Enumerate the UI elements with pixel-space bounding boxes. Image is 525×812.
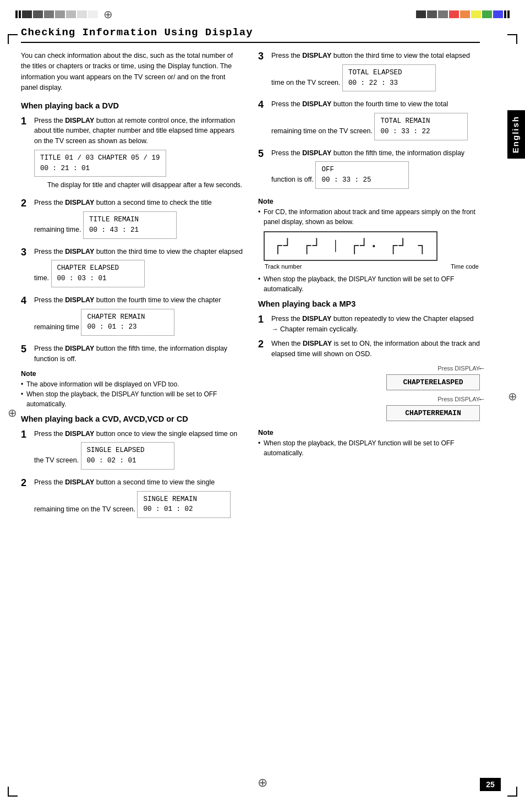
strip-seg (471, 10, 481, 18)
strip-seg (449, 10, 459, 18)
display-line2: 00 : 01 : 23 (87, 323, 136, 331)
english-language-tab: English (507, 110, 525, 159)
mp3-display-box-1: CHAPTERELASPED (386, 374, 480, 390)
display-line1: SINGLE REMAIN (143, 495, 197, 503)
mp3-step-2: 2 When the DISPLAY is set to ON, the inf… (258, 339, 480, 359)
cvd-step-2: 2 Press the DISPLAY button a second time… (21, 477, 243, 521)
display-line2: 00 : 33 : 22 (380, 128, 430, 135)
strip-seg (88, 10, 98, 18)
display-line1: SINGLE ELAPSED (87, 446, 145, 454)
step-number: 4 (258, 99, 268, 111)
top-decorative-strip: ⊕ (0, 0, 525, 21)
step-content: Press the DISPLAY button the fifth time,… (271, 148, 480, 192)
display-box-right-3: TOTAL ELAPSED 00 : 22 : 33 (342, 64, 436, 92)
step-content: Press the DISPLAY button the fifth time,… (34, 344, 243, 364)
mp3-arrow-mid: Press DISPLAY ← (370, 395, 480, 403)
display-box-cvd-2: SINGLE REMAIN 00 : 01 : 02 (137, 491, 231, 519)
bottom-crosshair-bar: ⊕ (0, 776, 525, 790)
step-number: 5 (258, 148, 268, 160)
dvd-step-2: 2 Press the DISPLAY button a second time… (21, 198, 243, 242)
mp3-arrow-top: Press DISPLAY ← (370, 364, 480, 372)
display-box-right-5: OFF 00 : 33 : 25 (315, 161, 409, 189)
display-line2: 00 : 33 : 25 (321, 176, 371, 184)
strip-seg (493, 10, 503, 18)
left-column: You can check information about the disc… (21, 51, 243, 526)
press-display-2: Press DISPLAY (438, 396, 480, 402)
page-title: Checking Information Using Display (21, 26, 480, 43)
step-content: Press the DISPLAY button repeatedly to v… (271, 314, 480, 335)
cd-note-title: Note (258, 198, 480, 205)
dvd-step-4: 4 Press the DISPLAY button the fourth ti… (21, 295, 243, 339)
step-number: 5 (21, 344, 31, 356)
mp3-diagram: Press DISPLAY ← CHAPTERELASPED Press DIS… (269, 364, 480, 423)
step-text: Press the DISPLAY button repeatedly to v… (271, 315, 474, 333)
note-item-2: When stop the playback, the DISPLAY func… (21, 389, 243, 409)
strip-seg (44, 10, 54, 18)
display-box-dvd-3: CHAPTER ELAPSED 00 : 03 : 01 (51, 260, 145, 287)
strip-seg (77, 10, 87, 18)
mp3-display-box-2: CHAPTERREMAIN (386, 405, 480, 421)
page-number: 25 (480, 778, 501, 791)
display-line2: 00 : 21 : 01 (40, 165, 90, 172)
dvd-step-5: 5 Press the DISPLAY button the fifth tim… (21, 344, 243, 364)
display-box-dvd-4: CHAPTER REMAIN 00 : 01 : 23 (81, 309, 174, 336)
dvd-step-1: 1 Press the DISPLAY button at remote con… (21, 116, 243, 194)
step-content: Press the DISPLAY button the third time … (271, 51, 480, 95)
crosshair-left: ⊕ (8, 406, 17, 419)
cvd-step-1: 1 Press the DISPLAY button once to view … (21, 429, 243, 473)
strip-seg (19, 10, 21, 18)
right-step-4: 4 Press the DISPLAY button the fourth ti… (258, 99, 480, 143)
step-note: The display for title and chapter will d… (47, 180, 243, 190)
strip-seg (15, 10, 18, 18)
mp3-step-1: 1 Press the DISPLAY button repeatedly to… (258, 314, 480, 335)
cd-note-section: Note For CD, the information about track… (258, 198, 480, 294)
step-number: 2 (258, 339, 268, 351)
corner-mark-tl (8, 34, 18, 44)
strip-seg (55, 10, 65, 18)
lcd-right: ┌┘· ┌┘ ┐ (350, 238, 428, 254)
step-content: Press the DISPLAY button the fourth time… (34, 295, 243, 339)
time-code-label: Time code (451, 263, 479, 270)
step-text: Press the DISPLAY button the fifth time,… (34, 345, 227, 363)
cd-display-box: ┌┘ ┌┘ │ ┌┘· ┌┘ ┐ (264, 231, 438, 261)
cd-note-item-2: When stop the playback, the DISPLAY func… (258, 274, 480, 294)
strip-left: ⊕ (15, 8, 113, 21)
step-content: Press the DISPLAY button the fourth time… (271, 99, 480, 143)
step-text: Press the DISPLAY button at remote contr… (34, 117, 235, 145)
lcd-separator: │ (333, 240, 339, 252)
cd-display-segments: ┌┘ ┌┘ │ ┌┘· ┌┘ ┐ (274, 238, 428, 254)
strip-seg (504, 10, 506, 18)
cvd-section-heading: When playing back a CVD, AVCD,VCD or CD (21, 415, 243, 423)
strip-seg (507, 10, 510, 18)
step-number: 3 (258, 51, 268, 63)
step-number: 1 (258, 314, 268, 326)
step-number: 4 (21, 295, 31, 307)
step-content: Press the DISPLAY button at remote contr… (34, 116, 243, 194)
step-number: 2 (21, 477, 31, 489)
display-line2: 00 : 43 : 21 (89, 226, 139, 234)
display-line2: 00 : 01 : 02 (143, 505, 193, 513)
mp3-flow: Press DISPLAY ← CHAPTERELASPED Press DIS… (370, 364, 480, 423)
display-line1: TITLE 01 / 03 CHAPTER 05 / 19 (40, 154, 160, 162)
right-step-3: 3 Press the DISPLAY button the third tim… (258, 51, 480, 95)
display-line1: CHAPTER REMAIN (87, 313, 145, 321)
strip-seg (460, 10, 470, 18)
note-item-1: The above information will be displayed … (21, 379, 243, 389)
display-line1: CHAPTER ELAPSED (57, 264, 119, 272)
right-step-5: 5 Press the DISPLAY button the fifth tim… (258, 148, 480, 192)
step-content: Press the DISPLAY button the third time … (34, 247, 243, 291)
step-content: Press the DISPLAY button once to view th… (34, 429, 243, 473)
display-box-dvd-1: TITLE 01 / 03 CHAPTER 05 / 19 00 : 21 : … (34, 150, 166, 177)
display-line2: 00 : 02 : 01 (87, 457, 136, 465)
mp3-note-title: Note (258, 429, 480, 437)
step-number: 1 (21, 429, 31, 441)
step-content: Press the DISPLAY button a second time t… (34, 477, 243, 521)
arrow-indicator: ← (478, 364, 485, 373)
strip-seg (22, 10, 32, 18)
two-column-layout: You can check information about the disc… (21, 51, 480, 526)
strip-seg (427, 10, 437, 18)
strip-seg (416, 10, 426, 18)
lcd-left: ┌┘ ┌┘ (274, 238, 322, 254)
cd-display-illustration: ┌┘ ┌┘ │ ┌┘· ┌┘ ┐ Track number Time code (264, 231, 480, 270)
display-line2: 00 : 22 : 33 (348, 79, 398, 87)
